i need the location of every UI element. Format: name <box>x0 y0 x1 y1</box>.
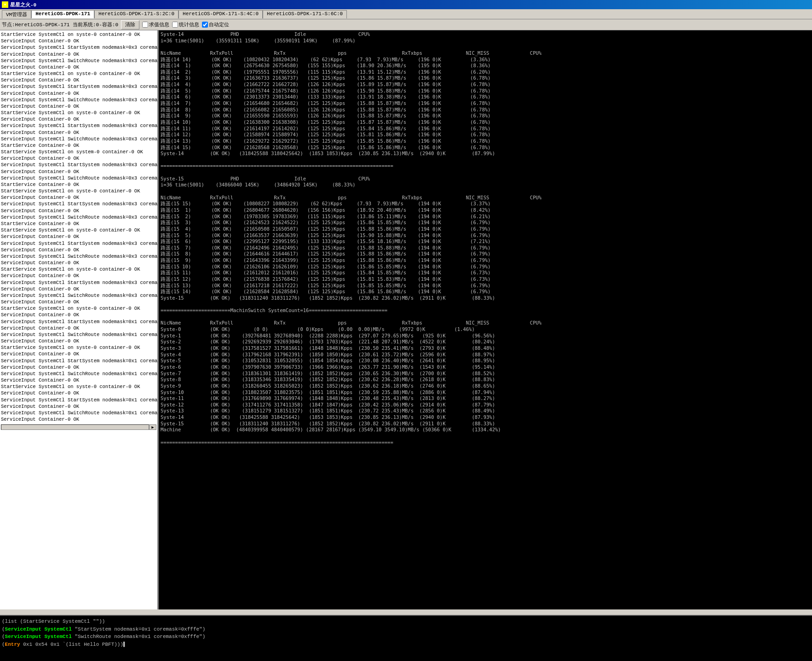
left-panel[interactable]: StartService SystemCtl on syste-0 contai… <box>0 30 159 609</box>
list-item: ServiceInput SystemCtl StartSystem nodem… <box>1 240 156 247</box>
list-item: ServiceInput SystemCtl SwitchRoute nodem… <box>1 371 156 377</box>
list-item: ServiceInput SystemCtl StartSystem nodem… <box>1 83 156 90</box>
tab-vm-manager[interactable]: VM管理器 <box>2 10 31 18</box>
content-area: StartService SystemCtl on syste-0 contai… <box>0 30 812 615</box>
bottom-line-1: (ServiceInput SystemCtl "StartSystem nod… <box>2 626 810 633</box>
list-item: ServiceInput SystemCtl SwitchRoute nodem… <box>1 58 156 64</box>
tab-hereticos-171[interactable]: HereticOS-DPDK-171 <box>31 10 94 18</box>
list-item: ServiceInput Container-0 OK <box>1 194 156 201</box>
list-item: ServiceInput SystemCtl StartSystem nodem… <box>1 201 156 207</box>
node-bar: 节点:HereticOS-DPDK-171 当前系统:0-容器:0 清除 求值信… <box>0 19 812 30</box>
bottom-line-0: (list (StartService SystemCtl "")) <box>2 618 810 626</box>
list-item: ServiceInput SystemCtl StartSystem nodem… <box>1 44 156 51</box>
list-item: StartService SystemCtl on syste-0 contai… <box>1 70 156 77</box>
list-item: ServiceInput SystemCtl SwitchRoute nodem… <box>1 331 156 338</box>
list-item: ServiceInput Container-0 OK <box>1 377 156 383</box>
tab-hereticos-171-s2c0[interactable]: HereticOS-DPDK-171-S:2C:0 <box>94 10 179 18</box>
list-item: ServiceInput Container-0 OK <box>1 325 156 331</box>
list-item: ServiceInput SystemCtl SwitchRoute nodem… <box>1 292 156 299</box>
stats-info-label: 统计信息 <box>179 21 199 28</box>
list-item: ServiceInput Container-0 OK <box>1 90 156 97</box>
list-item: ServiceInput SystemCtl SwitchRoute nodem… <box>1 97 156 103</box>
auto-locate-label: 自动定位 <box>209 21 229 28</box>
auto-locate-checkbox[interactable] <box>202 22 208 28</box>
list-item: StartService SystemCtl on syste-0 contai… <box>1 110 156 116</box>
checkbox-eval-info: 求值信息 <box>142 21 169 28</box>
list-item: ServiceInput SystemCtl StartSystem nodem… <box>1 397 156 403</box>
list-item: StartService Container-0 OK <box>1 220 156 227</box>
right-panel[interactable]: Syste-14 PHD Idle CPU% i=36 time(5001) (… <box>159 30 812 609</box>
stats-info-checkbox[interactable] <box>172 22 178 28</box>
tab-bar: VM管理器 HereticOS-DPDK-171 HereticOS-DPDK-… <box>0 9 812 19</box>
eval-info-checkbox[interactable] <box>142 22 148 28</box>
list-item: ServiceInput Container-0 OK <box>1 233 156 240</box>
list-item: ServiceInput Container-0 OK <box>1 416 156 423</box>
stats-output: Syste-14 PHD Idle CPU% i=36 time(5001) (… <box>161 31 810 446</box>
list-item: StartService SystemCtl on syste-0 contai… <box>1 227 156 233</box>
list-item: ServiceInput Container-0 OK <box>1 260 156 266</box>
list-item: ServiceInput Container-0 OK <box>1 390 156 396</box>
list-item: ServiceInput Container-0 OK <box>1 403 156 410</box>
list-item: ServiceInput Container-0 OK <box>1 129 156 136</box>
list-item: ServiceInput Container-0 OK <box>1 364 156 371</box>
left-panel-content: StartService SystemCtl on syste-0 contai… <box>1 31 156 423</box>
list-item: ServiceInput SystemCtl StartSystem nodem… <box>1 319 156 325</box>
list-item: StartService SystemCtl on syste-0 contai… <box>1 188 156 194</box>
list-item: StartService SystemCtl on system-0 conta… <box>1 149 156 155</box>
list-item: StartService SystemCtl on syste-0 contai… <box>1 344 156 351</box>
list-item: ServiceInput Container-0 OK <box>1 312 156 318</box>
list-item: ServiceInput SystemCtl SwitchRoute nodem… <box>1 410 156 416</box>
list-item: ServiceInput Container-0 OK <box>1 286 156 292</box>
list-item: ServiceInput SystemCtl StartSystem nodem… <box>1 279 156 286</box>
bottom-panel: (list (StartService SystemCtl ""))(Servi… <box>0 615 812 661</box>
list-item: ServiceInput Container-0 OK <box>1 299 156 305</box>
list-item: StartService Container-0 OK <box>1 181 156 188</box>
list-item: ServiceInput Container-0 OK <box>1 208 156 214</box>
checkbox-auto-locate: 自动定位 <box>202 21 229 28</box>
list-item: ServiceInput SystemCtl StartSystem nodem… <box>1 122 156 129</box>
list-item: StartService SystemCtl on syste-0 contai… <box>1 383 156 390</box>
list-item: ServiceInput Container-0 OK <box>1 77 156 83</box>
clear-button[interactable]: 清除 <box>121 20 139 29</box>
list-item: ServiceInput Container-0 OK <box>1 351 156 357</box>
horizontal-scrollbar[interactable] <box>0 609 812 615</box>
list-item: ServiceInput SystemCtl StartSystem nodem… <box>1 358 156 364</box>
list-item: ServiceInput Container-0 OK <box>1 155 156 162</box>
list-item: StartService SystemCtl on syste-0 contai… <box>1 266 156 273</box>
node-info: 节点:HereticOS-DPDK-171 当前系统:0-容器:0 <box>2 21 118 28</box>
tab-hereticos-171-s6c0[interactable]: HereticOS-DPDK-171-S:6C:0 <box>263 10 347 18</box>
list-item: StartService Container-0 OK <box>1 142 156 149</box>
checkbox-stats-info: 统计信息 <box>172 21 199 28</box>
list-item: StartService SystemCtl on syste-0 contai… <box>1 31 156 38</box>
tabs-container: VM管理器 HereticOS-DPDK-171 HereticOS-DPDK-… <box>2 10 347 18</box>
list-item: ServiceInput Container-0 OK <box>1 103 156 110</box>
tab-hereticos-171-s4c0[interactable]: HereticOS-DPDK-171-S:4C:0 <box>179 10 263 18</box>
list-item: ServiceInput Container-0 OK <box>1 116 156 122</box>
list-item: ServiceInput SystemCtl SwitchRoute nodem… <box>1 253 156 260</box>
eval-info-label: 求值信息 <box>149 21 169 28</box>
list-item: StartService SystemCtl on syste-0 contai… <box>1 305 156 312</box>
list-item: ServiceInput SystemCtl SwitchRoute nodem… <box>1 214 156 220</box>
list-item: ServiceInput Container-0 OK <box>1 338 156 344</box>
title-text: 星星之火-0 <box>10 1 36 8</box>
list-item: ServiceInput SystemCtl StartSystem nodem… <box>1 162 156 168</box>
bottom-line-2: (ServiceInput SystemCtl "SwitchRoute nod… <box>2 633 810 641</box>
list-item: ServiceInput Container-0 OK <box>1 38 156 44</box>
list-item: ServiceInput Container-0 OK <box>1 247 156 253</box>
list-item: ServiceInput SystemCtl SwitchRoute nodem… <box>1 136 156 142</box>
app-window: ★ 星星之火-0 VM管理器 HereticOS-DPDK-171 Hereti… <box>0 0 812 661</box>
title-bar: ★ 星星之火-0 <box>0 0 812 9</box>
list-item: ServiceInput Container-0 OK <box>1 168 156 175</box>
list-item: ServiceInput SystemCtl SwitchRoute nodem… <box>1 175 156 181</box>
list-item: ServiceInput Container-0 OK <box>1 64 156 70</box>
list-item: ServiceInput Container-0 OK <box>1 273 156 279</box>
app-icon: ★ <box>2 1 8 8</box>
panels-row: StartService SystemCtl on syste-0 contai… <box>0 30 812 609</box>
bottom-line-3: (Entry 0x1 0x54 0x1 `(list Hello PBFT)))… <box>2 641 810 649</box>
list-item: ServiceInput Container-0 OK <box>1 51 156 58</box>
